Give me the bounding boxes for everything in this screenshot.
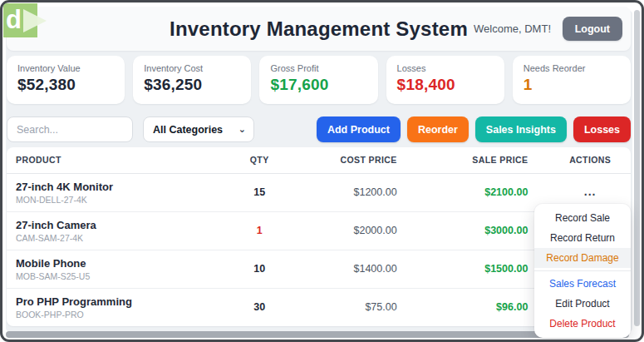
logout-button[interactable]: Logout [563, 17, 622, 41]
header-cost-price: COST PRICE [288, 147, 419, 173]
stat-card-inventory-cost: Inventory Cost $36,250 [133, 56, 251, 104]
product-name: 27-inch 4K Monitor [16, 181, 224, 193]
header: Inventory Management System Welcome, DMT… [7, 7, 631, 51]
stat-label: Inventory Value [17, 63, 114, 73]
stat-value: $17,600 [270, 76, 366, 94]
category-select[interactable]: All Categories ⌄ [143, 116, 254, 142]
product-sku: BOOK-PHP-PRO [16, 310, 224, 320]
menu-item-sales-forecast[interactable]: Sales Forecast [534, 274, 631, 294]
product-name: 27-inch Camera [16, 219, 224, 231]
stat-value: $18,400 [397, 76, 494, 94]
table-header-row: PRODUCT QTY COST PRICE SALE PRICE ACTION… [7, 147, 631, 173]
header-product: PRODUCT [7, 147, 231, 173]
stat-card-gross-profit: Gross Profit $17,600 [259, 56, 377, 104]
toolbar: All Categories ⌄ Add Product Reorder Sal… [7, 116, 631, 142]
stat-card-inventory-value: Inventory Value $52,380 [7, 56, 125, 104]
menu-item-record-return[interactable]: Record Return [534, 228, 631, 248]
product-name: Pro PHP Programming [16, 295, 224, 308]
product-qty: 15 [231, 173, 288, 211]
product-qty: 1 [231, 211, 288, 250]
header-sale-price: SALE PRICE [419, 147, 550, 173]
stat-value: $52,380 [17, 76, 114, 94]
product-sku: MOB-SAM-S25-U5 [16, 271, 224, 281]
vertical-scrollbar[interactable] [634, 10, 640, 326]
menu-item-edit-product[interactable]: Edit Product [534, 294, 631, 314]
product-cost-price: $1400.00 [288, 250, 419, 288]
row-actions-menu-trigger[interactable]: ... [578, 186, 603, 201]
product-cost-price: $1200.00 [288, 173, 419, 211]
product-qty: 30 [231, 288, 288, 326]
stat-label: Inventory Cost [144, 63, 240, 73]
welcome-text: Welcome, DMT! [469, 7, 556, 51]
stat-label: Needs Reorder [524, 63, 620, 73]
product-sale-price: $1500.00 [419, 250, 550, 288]
product-cost-price: $2000.00 [288, 211, 419, 250]
product-sale-price: $2100.00 [419, 173, 550, 211]
search-input[interactable] [7, 116, 133, 142]
stat-label: Gross Profit [270, 63, 366, 73]
menu-item-record-damage[interactable]: Record Damage [534, 248, 631, 268]
header-actions: ACTIONS [549, 147, 631, 173]
stat-value: 1 [524, 76, 620, 94]
add-product-button[interactable]: Add Product [317, 116, 401, 142]
product-name: Mobile Phone [16, 257, 224, 270]
category-select-value: All Categories [153, 124, 223, 136]
row-actions-menu: Record Sale Record Return Record Damage … [534, 204, 631, 338]
product-qty: 10 [231, 250, 288, 288]
reorder-button[interactable]: Reorder [407, 116, 469, 142]
menu-item-record-sale[interactable]: Record Sale [534, 208, 631, 228]
product-sale-price: $3000.00 [419, 211, 550, 250]
losses-button[interactable]: Losses [573, 116, 631, 142]
app-window: Inventory Management System Welcome, DMT… [0, 0, 644, 342]
menu-divider [534, 270, 631, 271]
chevron-down-icon: ⌄ [238, 125, 246, 134]
product-cost-price: $75.00 [288, 288, 419, 326]
menu-item-delete-product[interactable]: Delete Product [534, 314, 631, 334]
stat-card-losses: Losses $18,400 [386, 56, 504, 104]
stat-label: Losses [397, 63, 494, 73]
header-qty: QTY [231, 147, 288, 173]
stats-row: Inventory Value $52,380 Inventory Cost $… [7, 56, 631, 104]
stat-value: $36,250 [144, 76, 240, 94]
stat-card-needs-reorder: Needs Reorder 1 [513, 56, 631, 104]
product-sku: MON-DELL-27-4K [16, 195, 224, 205]
sales-insights-button[interactable]: Sales Insights [475, 116, 567, 142]
product-sale-price: $96.00 [419, 288, 550, 326]
product-sku: CAM-SAM-27-4K [16, 233, 224, 243]
